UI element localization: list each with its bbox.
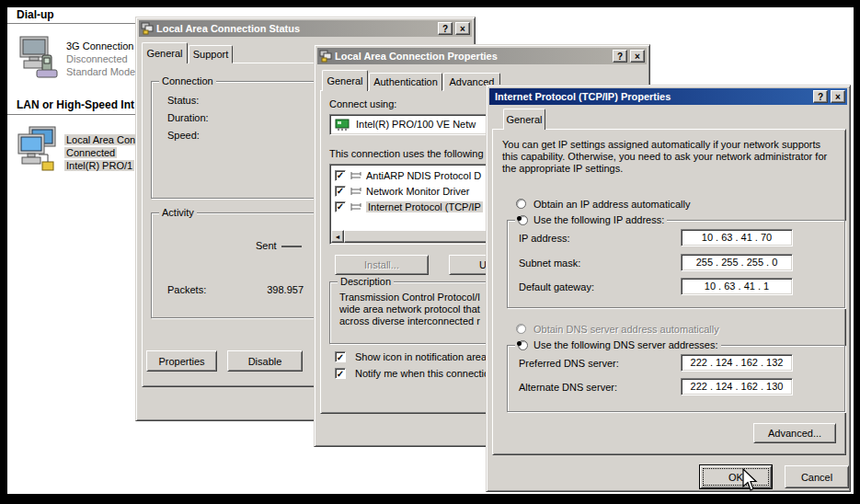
protocol-icon bbox=[350, 171, 362, 180]
props-tab-general[interactable]: General bbox=[322, 70, 368, 91]
notify-checkbox[interactable]: ✓ bbox=[335, 368, 346, 379]
advanced-button[interactable]: Advanced... bbox=[753, 423, 836, 443]
description-line: across diverse interconnected r bbox=[339, 315, 480, 326]
dialup-item-status: Disconnected bbox=[66, 53, 128, 64]
tcpip-dialog-titlebar[interactable]: Internet Protocol (TCP/IP) Properties ? … bbox=[489, 88, 847, 105]
ip-address-field[interactable]: 10 . 63 . 41 . 70 bbox=[681, 229, 793, 246]
properties-dialog-titlebar[interactable]: Local Area Connection Properties ? × bbox=[317, 48, 647, 64]
use-dns-group: Use the following DNS server addresses: … bbox=[507, 345, 845, 412]
obtain-dns-radio bbox=[516, 324, 526, 334]
dialup-item-device: Standard Mode bbox=[66, 66, 135, 77]
help-icon[interactable]: ? bbox=[613, 50, 627, 63]
description-group-label: Description bbox=[338, 276, 394, 287]
tcpip-dialog-title: Internet Protocol (TCP/IP) Properties bbox=[491, 91, 810, 102]
connection-icon bbox=[141, 22, 154, 35]
subnet-mask-label: Subnet mask: bbox=[519, 258, 580, 269]
properties-dialog-title: Local Area Connection Properties bbox=[335, 51, 610, 62]
lan-item-status: Connected bbox=[64, 147, 117, 158]
list-item-label: AntiARP NDIS Protocol D bbox=[366, 170, 481, 181]
dialup-item-name[interactable]: 3G Connection bbox=[66, 40, 133, 52]
obtain-ip-radio[interactable] bbox=[516, 199, 526, 209]
cancel-button[interactable]: Cancel bbox=[785, 465, 849, 488]
status-row-label: Status: bbox=[167, 95, 199, 106]
status-dialog-titlebar[interactable]: Local Area Connection Status ? × bbox=[139, 20, 472, 37]
connection-icon bbox=[319, 50, 332, 63]
checkbox-checked[interactable]: ✓ bbox=[335, 170, 346, 181]
status-tab-general[interactable]: General bbox=[142, 42, 188, 63]
dialup-section-header: Dial-up bbox=[17, 8, 54, 21]
description-line: Transmission Control Protocol/I bbox=[339, 292, 480, 303]
subnet-mask-field[interactable]: 255 . 255 . 255 . 0 bbox=[681, 254, 793, 271]
activity-group-label: Activity bbox=[159, 207, 197, 218]
use-dns-radio[interactable] bbox=[518, 340, 528, 350]
help-icon[interactable]: ? bbox=[813, 90, 828, 103]
use-ip-radio-label: Use the following IP address: bbox=[533, 214, 664, 225]
default-gateway-label: Default gateway: bbox=[519, 281, 594, 292]
network-adapter-icon bbox=[335, 119, 351, 131]
show-icon-checkbox-label: Show icon in notification area bbox=[355, 351, 487, 362]
preferred-dns-field[interactable]: 222 . 124 . 162 . 132 bbox=[681, 354, 793, 372]
obtain-dns-radio-label: Obtain DNS server address automatically bbox=[533, 324, 719, 335]
list-item-label: Internet Protocol (TCP/IP bbox=[366, 201, 483, 212]
alternate-dns-field[interactable]: 222 . 124 . 162 . 130 bbox=[681, 378, 793, 395]
lan-section-header: LAN or High-Speed Int bbox=[17, 98, 134, 111]
close-icon[interactable]: × bbox=[831, 90, 845, 103]
checkbox-checked[interactable]: ✓ bbox=[335, 186, 346, 197]
list-caption: This connection uses the following bbox=[329, 148, 484, 159]
packets-label: Packets: bbox=[167, 284, 206, 295]
lan-item-device: Intel(R) PRO/1 bbox=[64, 160, 134, 171]
connection-group-label: Connection bbox=[159, 75, 216, 86]
tcpip-dialog: Internet Protocol (TCP/IP) Properties ? … bbox=[486, 85, 851, 492]
cursor-icon bbox=[741, 468, 762, 492]
duration-row-label: Duration: bbox=[167, 112, 209, 123]
list-item-label: Network Monitor Driver bbox=[366, 186, 469, 197]
lan-item-name[interactable]: Local Area Con bbox=[64, 134, 137, 145]
close-icon[interactable]: × bbox=[455, 22, 470, 35]
use-dns-radio-label: Use the following DNS server addresses: bbox=[533, 339, 718, 350]
status-tab-support[interactable]: Support bbox=[189, 45, 233, 63]
connect-using-label: Connect using: bbox=[329, 98, 396, 109]
install-button[interactable]: Install... bbox=[335, 255, 429, 275]
sent-label: Sent bbox=[256, 240, 277, 251]
computer-phone-icon[interactable] bbox=[17, 35, 61, 81]
help-icon[interactable]: ? bbox=[438, 22, 453, 35]
alternate-dns-label: Alternate DNS server: bbox=[519, 382, 617, 393]
properties-button[interactable]: Properties bbox=[146, 350, 217, 372]
two-computers-icon[interactable] bbox=[17, 125, 61, 175]
description-line: wide area network protocol that bbox=[339, 304, 480, 315]
tcpip-tab-general[interactable]: General bbox=[503, 109, 545, 130]
intro-line: the appropriate IP settings. bbox=[502, 163, 623, 174]
packets-value: 398.957 bbox=[247, 284, 304, 295]
scroll-left-icon[interactable]: ◄ bbox=[331, 230, 344, 243]
ip-address-label: IP address: bbox=[519, 233, 569, 244]
intro-line: You can get IP settings assigned automat… bbox=[502, 139, 820, 150]
default-gateway-field[interactable]: 10 . 63 . 41 . 1 bbox=[681, 278, 793, 295]
adapter-name: Intel(R) PRO/100 VE Netw bbox=[356, 119, 476, 130]
notify-checkbox-label: Notify me when this connectio bbox=[355, 368, 489, 379]
protocol-icon bbox=[350, 202, 362, 212]
use-ip-group: Use the following IP address: IP address… bbox=[507, 220, 845, 308]
disable-button[interactable]: Disable bbox=[227, 350, 303, 372]
props-tab-authentication[interactable]: Authentication bbox=[369, 73, 442, 91]
speed-row-label: Speed: bbox=[167, 130, 200, 141]
obtain-ip-radio-label: Obtain an IP address automatically bbox=[533, 199, 690, 210]
show-icon-checkbox[interactable]: ✓ bbox=[335, 351, 346, 362]
protocol-icon bbox=[350, 187, 362, 196]
use-ip-radio[interactable] bbox=[518, 215, 528, 225]
preferred-dns-label: Preferred DNS server: bbox=[519, 358, 619, 369]
status-dialog-title: Local Area Connection Status bbox=[156, 23, 435, 34]
sent-legend-dash bbox=[281, 246, 302, 247]
checkbox-checked[interactable]: ✓ bbox=[335, 201, 346, 212]
close-icon[interactable]: × bbox=[630, 50, 645, 63]
intro-line: this capability. Otherwise, you need to … bbox=[502, 151, 827, 162]
